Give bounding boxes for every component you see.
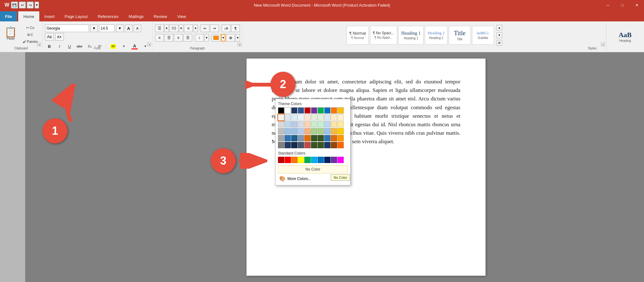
theme-color-swatch[interactable]: [324, 135, 330, 141]
shading-dropdown[interactable]: ▼: [221, 34, 225, 42]
theme-color-swatch[interactable]: [324, 107, 330, 114]
styles-expand[interactable]: ⊞: [497, 40, 502, 46]
font-size-dropdown[interactable]: ▼: [116, 25, 124, 32]
style-subtitle[interactable]: AaBbCc. Subtitle: [472, 26, 494, 45]
maximize-button[interactable]: □: [615, 0, 630, 10]
theme-color-swatch[interactable]: [311, 128, 317, 134]
theme-color-swatch[interactable]: [311, 107, 317, 114]
numbering-dropdown[interactable]: ▼: [179, 25, 183, 32]
tab-mailings[interactable]: Mailings: [124, 11, 149, 21]
font-expand[interactable]: ↘: [147, 42, 151, 46]
theme-color-swatch[interactable]: [318, 135, 324, 141]
increase-indent[interactable]: ⇒: [210, 25, 219, 32]
tab-home[interactable]: Home: [18, 11, 39, 21]
theme-color-swatch[interactable]: [304, 107, 311, 114]
align-center[interactable]: ☰: [164, 34, 173, 42]
theme-color-swatch[interactable]: [304, 121, 311, 127]
clear-formatting-button[interactable]: A✕: [55, 33, 64, 41]
standard-color-swatch[interactable]: [278, 157, 284, 163]
clipboard-expand[interactable]: ↘: [37, 42, 41, 46]
theme-color-swatch[interactable]: [331, 142, 337, 148]
style-heading1[interactable]: Heading 1 Heading 1: [398, 26, 424, 45]
theme-color-swatch[interactable]: [285, 128, 291, 134]
theme-color-swatch[interactable]: [285, 114, 291, 121]
customize-button[interactable]: ▼: [35, 2, 39, 8]
theme-color-swatch[interactable]: [285, 121, 291, 127]
theme-color-swatch[interactable]: [331, 135, 337, 141]
theme-color-swatch[interactable]: [337, 142, 344, 148]
sort-button[interactable]: ↕A: [222, 25, 230, 32]
no-color-button[interactable]: No Color: [278, 165, 348, 173]
align-right[interactable]: ≡: [174, 34, 183, 42]
standard-color-swatch[interactable]: [318, 157, 324, 163]
styles-scroll-up[interactable]: ▲: [497, 25, 502, 31]
theme-color-swatch[interactable]: [278, 128, 284, 134]
theme-color-swatch[interactable]: [291, 142, 297, 148]
change-case-button[interactable]: Aa: [45, 33, 54, 41]
theme-color-swatch[interactable]: [291, 135, 297, 141]
theme-color-swatch[interactable]: [291, 107, 297, 114]
theme-color-swatch[interactable]: [278, 121, 284, 127]
bullets-dropdown[interactable]: ▼: [164, 25, 169, 32]
theme-color-swatch[interactable]: [278, 107, 284, 114]
styles-scroll-down[interactable]: ▼: [497, 32, 502, 38]
theme-color-swatch[interactable]: [318, 121, 324, 127]
borders-button[interactable]: ⊞: [226, 34, 235, 42]
copy-button[interactable]: ⧉ C: [21, 31, 40, 38]
style-heading2[interactable]: Heading 2 Heading 2: [425, 26, 447, 45]
standard-color-swatch[interactable]: [298, 157, 304, 163]
tab-insert[interactable]: Insert: [39, 11, 60, 21]
theme-color-swatch[interactable]: [331, 121, 337, 127]
theme-color-swatch[interactable]: [311, 135, 317, 141]
multilevel-dropdown[interactable]: ▼: [193, 25, 198, 32]
show-hide-button[interactable]: ¶: [231, 25, 240, 32]
theme-color-swatch[interactable]: [324, 128, 330, 134]
theme-color-swatch[interactable]: [298, 142, 304, 148]
align-justify[interactable]: ☰: [183, 34, 192, 42]
theme-color-swatch[interactable]: [291, 114, 297, 121]
theme-color-swatch[interactable]: [337, 121, 344, 127]
standard-color-swatch[interactable]: [324, 157, 330, 163]
font-size-input[interactable]: [99, 25, 115, 32]
standard-color-swatch[interactable]: [331, 157, 337, 163]
theme-color-swatch[interactable]: [298, 114, 304, 121]
style-normal[interactable]: ¶ Normal ¶ Normal: [347, 26, 369, 45]
theme-color-swatch[interactable]: [298, 121, 304, 127]
theme-color-swatch[interactable]: [331, 107, 337, 114]
close-button[interactable]: ✕: [630, 0, 644, 10]
paragraph-expand[interactable]: ↘: [237, 42, 241, 46]
theme-color-swatch[interactable]: [331, 128, 337, 134]
font-size-increase[interactable]: A: [125, 25, 132, 32]
tab-file[interactable]: File: [0, 11, 17, 21]
theme-color-swatch[interactable]: [291, 121, 297, 127]
save-button[interactable]: 💾: [11, 2, 18, 8]
theme-color-swatch[interactable]: [298, 135, 304, 141]
theme-color-swatch[interactable]: [324, 142, 330, 148]
theme-color-swatch[interactable]: [278, 114, 284, 121]
line-spacing-dropdown[interactable]: ▼: [204, 34, 209, 42]
theme-color-swatch[interactable]: [318, 142, 324, 148]
theme-color-swatch[interactable]: [318, 114, 324, 121]
line-spacing-button[interactable]: ↕: [195, 34, 204, 42]
styles-expand[interactable]: ↘: [601, 42, 605, 46]
theme-color-swatch[interactable]: [304, 142, 311, 148]
theme-color-swatch[interactable]: [337, 128, 344, 134]
cut-button[interactable]: ✂ Cu: [21, 25, 40, 31]
numbering-button[interactable]: ⑴: [169, 25, 178, 32]
redo-button[interactable]: ↪: [27, 2, 34, 8]
align-left[interactable]: ≡: [155, 34, 164, 42]
theme-color-swatch[interactable]: [304, 135, 311, 141]
tab-page-layout[interactable]: Page Layout: [60, 11, 93, 21]
standard-color-swatch[interactable]: [291, 157, 297, 163]
theme-color-swatch[interactable]: [311, 142, 317, 148]
multilevel-button[interactable]: ≡: [184, 25, 193, 32]
minimize-button[interactable]: ─: [601, 0, 615, 10]
theme-color-swatch[interactable]: [324, 121, 330, 127]
tab-references[interactable]: References: [93, 11, 124, 21]
borders-dropdown[interactable]: ▼: [236, 34, 240, 42]
standard-color-swatch[interactable]: [311, 157, 317, 163]
theme-color-swatch[interactable]: [285, 142, 291, 148]
theme-color-swatch[interactable]: [324, 114, 330, 121]
theme-color-swatch[interactable]: [278, 142, 284, 148]
bullets-button[interactable]: ☰: [155, 25, 164, 32]
